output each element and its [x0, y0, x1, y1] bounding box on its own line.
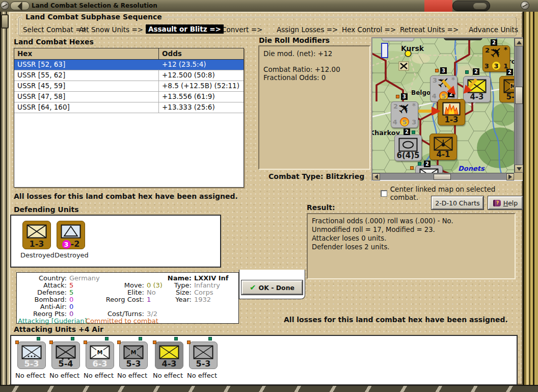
- seq-step-convert[interactable]: Convert =>: [222, 25, 262, 34]
- defending-unit-counter[interactable]: 1-3: [22, 221, 51, 249]
- counter-value: 1-3: [438, 115, 465, 124]
- title-bar: Land Combat Selection & Resolution: [0, 0, 538, 12]
- combat-ratio-line: Combat Ratio: +12.00: [263, 65, 365, 73]
- info-name: LXXIV Inf: [194, 275, 229, 282]
- check-icon: ✔: [250, 283, 256, 292]
- green-marker: [412, 130, 415, 134]
- hexes-table: Hex Odds USSR [52, 63] +12 (23.5:4) USSR…: [14, 48, 244, 188]
- map-counter-art-41[interactable]: 4-1: [429, 134, 457, 160]
- unit-status: Destroyed: [20, 251, 56, 259]
- armor-symbol: [398, 138, 418, 152]
- info-label: Anti-Air:: [17, 303, 67, 310]
- help-button-label: Help: [503, 199, 518, 207]
- center-map-checkbox[interactable]: [381, 190, 387, 197]
- unit-effect: No effect: [187, 372, 223, 379]
- scroll-track[interactable]: [516, 46, 522, 165]
- result-line: Unmodified roll = 17, Modified = 23.: [312, 225, 510, 234]
- info-label: Name:: [154, 275, 192, 282]
- info-cost-turns: 3/2: [147, 310, 157, 318]
- seq-step-hex-control[interactable]: Hex Control =>: [342, 25, 396, 34]
- seq-step-retreat[interactable]: Retreat Units =>: [400, 25, 459, 34]
- circle-stat: 3: [492, 61, 501, 70]
- info-label: Country:: [17, 275, 67, 282]
- table-row[interactable]: USSR [55, 62] +12.500 (50:8): [14, 70, 244, 81]
- defending-units-title: Defending Units: [14, 205, 79, 214]
- seq-step-att-snow[interactable]: Att Snow Units =>: [79, 25, 143, 34]
- frame-knob: [1, 14, 9, 29]
- map-counter-armor-645[interactable]: 6(4)5: [394, 135, 422, 161]
- map-counter-bomber-south[interactable]: 2 * ✈ 4 5 3: [391, 101, 418, 128]
- info-bombard: 0: [69, 296, 73, 303]
- frame-right: [523, 12, 538, 385]
- table-row[interactable]: USSR [47, 58] +13.556 (61:9): [14, 92, 244, 102]
- sequence-group-label: Land Combat Subphase Sequence: [23, 13, 165, 21]
- info-label: Attack:: [17, 282, 67, 289]
- counter-stat: 4: [393, 118, 397, 126]
- info-label: Reorg Pts:: [17, 310, 67, 318]
- green-marker: [418, 162, 421, 166]
- scroll-left-button[interactable]: [372, 173, 380, 180]
- info-label: Move:: [83, 282, 144, 289]
- die-roll-modifiers-box: Die mod. (net): +12 Combat Ratio: +12.00…: [258, 45, 370, 170]
- svg-text:M: M: [510, 83, 514, 90]
- anti-air-symbol: [61, 224, 81, 239]
- seq-step-advance[interactable]: Advance Units: [469, 25, 518, 34]
- scroll-thumb[interactable]: [515, 87, 523, 104]
- info-label: Defense:: [17, 289, 67, 296]
- table-row[interactable]: USSR [45, 59] +8.5 (+12.5B) (52:11): [14, 81, 244, 92]
- scroll-down-button[interactable]: [515, 165, 523, 173]
- scroll-thumb[interactable]: [434, 174, 451, 180]
- help-button[interactable]: ? Help: [488, 196, 523, 210]
- charts-button[interactable]: 2-D-10 Charts: [432, 196, 483, 210]
- counter-value: 3-2: [57, 239, 85, 249]
- scroll-right-button[interactable]: [506, 173, 514, 180]
- die-mod-line: Die mod. (net): +12: [263, 49, 365, 58]
- motorized-symbol: M: [90, 345, 110, 359]
- orange-marker: [396, 95, 399, 98]
- attacking-units-title: Attacking Units +4 Air: [14, 325, 103, 333]
- counter-value: 4-3: [155, 359, 183, 369]
- info-label: Bombard:: [17, 296, 67, 303]
- city-label-kursk: Kursk: [401, 44, 424, 53]
- info-reorg-cost: 1: [147, 296, 151, 303]
- screw-icon: [521, 1, 529, 10]
- map-counter-target-13[interactable]: 1-3: [438, 99, 465, 125]
- info-year: 1932: [194, 296, 211, 303]
- attacking-unit-counter[interactable]: M 5-3: [119, 342, 148, 369]
- attacking-unit-counter-selected[interactable]: 4-3: [155, 342, 183, 369]
- column-header-hex: Hex: [14, 48, 159, 59]
- window-controls[interactable]: [452, 1, 490, 11]
- attacking-unit-counter[interactable]: 5-3: [17, 342, 46, 369]
- orange-marker: [435, 69, 439, 72]
- table-row[interactable]: USSR [64, 160] +13.333 (25:6): [14, 102, 244, 113]
- orange-marker: [410, 166, 414, 170]
- result-line: Defender loses 2 units.: [312, 243, 510, 251]
- ok-done-button[interactable]: ✔ OK - Done: [241, 280, 303, 295]
- map-counter-fighter[interactable]: 2 * ✈ 3 3 1: [482, 45, 510, 72]
- counter-value: 6(4)5: [395, 151, 421, 160]
- attacking-unit-counter[interactable]: 5-4: [51, 342, 80, 369]
- map-counter-mech-53[interactable]: M 5-3: [499, 76, 514, 102]
- counter-stat: 4: [432, 92, 437, 100]
- seq-step-assign-losses[interactable]: Assign Losses =>: [277, 25, 338, 34]
- cell-hex: USSR [55, 62]: [14, 70, 159, 81]
- seq-step-select-combat[interactable]: Select Combat =>: [23, 25, 87, 34]
- linked-map-panel: Kursk Belgo Kharkov rc Donets 3 * ✈ 4 5 …: [371, 37, 523, 181]
- attacking-unit-counter[interactable]: M 6-3: [86, 342, 114, 369]
- defending-units-panel: 1-3 Destroyed 3-2 Destroyed: [10, 215, 221, 268]
- seq-step-assault-blitz[interactable]: Assault or Blitz =>: [146, 24, 224, 34]
- attacking-unit-counter[interactable]: 5-3: [189, 342, 218, 369]
- unit-effect: No effect: [84, 372, 119, 379]
- map-vertical-scrollbar[interactable]: [514, 38, 523, 173]
- table-row[interactable]: USSR [52, 63] +12 (23.5:4): [14, 60, 244, 70]
- map-horizontal-scrollbar[interactable]: [372, 173, 514, 180]
- combat-map[interactable]: Kursk Belgo Kharkov rc Donets 3 * ✈ 4 5 …: [372, 38, 514, 173]
- defending-unit-counter[interactable]: 3-2: [57, 221, 85, 249]
- scroll-up-button[interactable]: [515, 38, 523, 46]
- green-marker: [465, 70, 469, 74]
- bomber-icon: ✈: [395, 99, 415, 119]
- charts-button-label: 2-D-10 Charts: [435, 199, 479, 207]
- combat-type: Combat Type: Blitzkrieg: [268, 172, 364, 180]
- window-menu-button[interactable]: [10, 2, 30, 10]
- cell-odds: +13.556 (61:9): [159, 92, 244, 102]
